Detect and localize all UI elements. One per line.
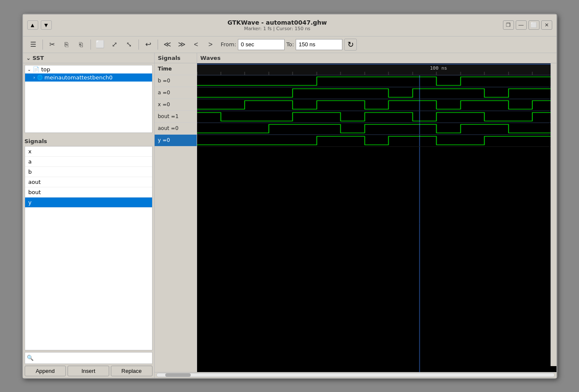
waves-header: Signals Waves	[155, 53, 556, 63]
sst-globe-icon: 🌐	[37, 75, 43, 80]
signal-label-a: a =0	[155, 87, 197, 99]
maximize-button[interactable]: ⬜	[528, 20, 539, 30]
signal-item-aout[interactable]: aout	[25, 177, 152, 187]
right-panel: Signals Waves Time b =0 a =0 x =0 bout =…	[155, 53, 556, 378]
menu-button[interactable]: ☰	[26, 38, 40, 51]
from-input[interactable]	[238, 39, 285, 50]
signals-col-header: Signals	[155, 53, 197, 63]
go-end-button[interactable]: ≫	[175, 38, 189, 51]
refresh-button[interactable]: ↻	[344, 39, 357, 51]
sep2	[90, 39, 91, 50]
window-controls-left: ▲ ▼	[27, 20, 52, 30]
signal-label-b: b =0	[155, 75, 197, 87]
titlebar-center: GTKWave - automat0047.ghw Marker: 1 fs |…	[52, 19, 503, 31]
signals-list[interactable]: x a b aout bout y	[25, 146, 153, 350]
waves-col-header: Waves	[197, 53, 556, 63]
signals-column: Time b =0 a =0 x =0 bout =1 aout =0 y =0	[155, 63, 197, 372]
signal-item-bout[interactable]: bout	[25, 187, 152, 197]
minimize-button[interactable]: —	[516, 20, 527, 30]
toolbar: ☰ ✂ ⎘ ⎗ ⬜ ⤢ ⤡ ↩ ≪ ≫	[23, 37, 556, 53]
signals-search-input[interactable]	[34, 355, 150, 361]
signal-label-x: x =0	[155, 99, 197, 111]
next-button[interactable]: >	[204, 38, 217, 51]
copy-icon: ⎘	[65, 41, 68, 48]
waveform-canvas[interactable]	[197, 63, 556, 372]
sst-expand-arrow-top: ⌄	[28, 67, 31, 72]
sst-item-top-label: top	[41, 66, 50, 73]
search-icon: 🔍	[27, 355, 34, 361]
titlebar: ▲ ▼ GTKWave - automat0047.ghw Marker: 1 …	[23, 14, 556, 37]
zoom-out-icon: ⤡	[126, 40, 132, 48]
sst-chevron: ⌄	[26, 55, 31, 61]
zoom-fit-button[interactable]: ⬜	[93, 38, 107, 51]
copy-button[interactable]: ⎘	[60, 38, 73, 51]
waves-body: Time b =0 a =0 x =0 bout =1 aout =0 y =0	[155, 63, 556, 372]
main-window: ▲ ▼ GTKWave - automat0047.ghw Marker: 1 …	[22, 14, 557, 379]
signals-section: Signals x a b aout bout y 🔍 Append Inser…	[23, 135, 154, 378]
sep3	[138, 39, 139, 50]
from-to-group: From: To: ↻	[221, 39, 357, 51]
to-label: To:	[286, 41, 294, 48]
horizontal-scrollbar[interactable]	[155, 372, 556, 378]
sep1	[42, 39, 43, 50]
undo-button[interactable]: ↩	[141, 38, 155, 51]
zoom-in-icon: ⤢	[112, 40, 117, 48]
sst-folder-icon: 📄	[33, 66, 40, 73]
sep4	[158, 39, 158, 50]
prev-icon: <	[194, 40, 198, 49]
replace-button[interactable]: Replace	[111, 366, 153, 376]
signal-item-x[interactable]: x	[25, 147, 152, 157]
go-start-icon: ≪	[164, 40, 171, 49]
main-area: ⌄ SST ⌄ 📄 top › 🌐 meinautomattestbench0 …	[23, 53, 556, 378]
nav-down-button[interactable]: ▼	[41, 20, 52, 30]
sst-header: ⌄ SST	[23, 53, 154, 63]
window-controls-right: ❐ — ⬜ ✕	[503, 20, 552, 30]
scissors-icon: ✂	[49, 40, 55, 48]
append-button[interactable]: Append	[25, 366, 66, 376]
zoom-in-button[interactable]: ⤢	[108, 38, 121, 51]
refresh-icon: ↻	[347, 40, 354, 49]
paste-button[interactable]: ⎗	[74, 38, 88, 51]
prev-button[interactable]: <	[189, 38, 203, 51]
signal-label-time: Time	[155, 63, 197, 75]
insert-button[interactable]: Insert	[68, 366, 109, 376]
paste-icon: ⎗	[79, 41, 83, 48]
sst-expand-arrow-bench: ›	[34, 75, 35, 80]
sst-item-bench[interactable]: › 🌐 meinautomattestbench0	[25, 73, 152, 82]
signals-section-header: Signals	[25, 136, 153, 146]
close-button[interactable]: ✕	[541, 20, 552, 30]
go-end-icon: ≫	[178, 40, 186, 49]
bottom-buttons: Append Insert Replace	[25, 366, 153, 376]
vertical-scrollbar[interactable]	[551, 63, 556, 366]
nav-up-button[interactable]: ▲	[27, 20, 38, 30]
signal-item-a[interactable]: a	[25, 157, 152, 167]
zoom-fit-icon: ⬜	[96, 40, 105, 49]
sst-item-top[interactable]: ⌄ 📄 top	[25, 65, 152, 73]
undo-icon: ↩	[145, 40, 151, 49]
waveform-area[interactable]	[197, 63, 556, 372]
sst-item-bench-label: meinautomattestbench0	[45, 74, 113, 81]
sst-label: SST	[32, 55, 44, 61]
signal-label-bout: bout =1	[155, 111, 197, 123]
sst-tree[interactable]: ⌄ 📄 top › 🌐 meinautomattestbench0	[25, 65, 153, 133]
scrollbar-track	[156, 373, 555, 377]
to-input[interactable]	[296, 39, 342, 50]
signals-search-box[interactable]: 🔍	[25, 352, 153, 364]
restore-button[interactable]: ❐	[503, 20, 514, 30]
from-label: From:	[221, 41, 237, 48]
go-start-button[interactable]: ≪	[161, 38, 174, 51]
signal-item-y[interactable]: y	[25, 197, 152, 208]
scrollbar-thumb[interactable]	[165, 373, 191, 377]
signal-label-aout: aout =0	[155, 123, 197, 135]
menu-icon: ☰	[30, 40, 36, 48]
zoom-out-button[interactable]: ⤡	[122, 38, 136, 51]
next-icon: >	[209, 40, 213, 49]
cut-button[interactable]: ✂	[45, 38, 59, 51]
signal-item-b[interactable]: b	[25, 167, 152, 177]
window-subtitle: Marker: 1 fs | Cursor: 150 ns	[52, 26, 503, 31]
left-panel: ⌄ SST ⌄ 📄 top › 🌐 meinautomattestbench0 …	[23, 53, 155, 378]
window-title: GTKWave - automat0047.ghw	[52, 19, 503, 26]
signal-label-y: y =0	[155, 135, 197, 147]
